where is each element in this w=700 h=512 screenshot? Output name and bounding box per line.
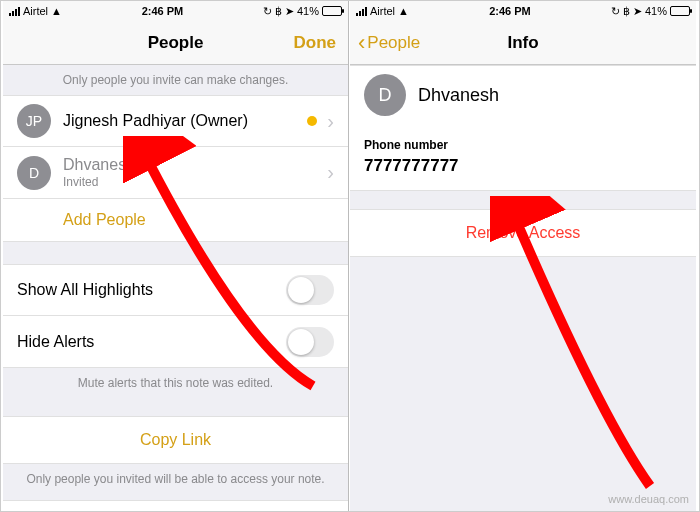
show-highlights-toggle[interactable] [286, 275, 334, 305]
wifi-icon: ▲ [398, 5, 409, 17]
done-button[interactable]: Done [294, 33, 337, 53]
watermark: www.deuaq.com [608, 493, 689, 505]
person-name: Dhvanesh [63, 156, 327, 174]
signal-icon [356, 7, 367, 16]
row-label: Show All Highlights [17, 281, 286, 299]
status-bar: Airtel ▲ 2:46 PM ↻ ฿ ➤ 41% [3, 1, 348, 21]
chevron-right-icon: › [327, 161, 334, 184]
row-label: Hide Alerts [17, 333, 286, 351]
orientation-lock-icon: ↻ [611, 5, 620, 18]
contact-header: D Dhvanesh [350, 65, 696, 124]
person-row-owner[interactable]: JP Jignesh Padhiyar (Owner) › [3, 95, 348, 147]
phone-info-screen: Airtel ▲ 2:46 PM ↻ ฿ ➤ 41% ‹ People Info… [350, 1, 696, 511]
phone-label: Phone number [350, 124, 696, 156]
battery-icon [322, 6, 342, 16]
location-icon: ➤ [285, 5, 294, 18]
hide-alerts-toggle[interactable] [286, 327, 334, 357]
navbar: People Done [3, 21, 348, 65]
bluetooth-icon: ฿ [275, 5, 282, 18]
phone-people-screen: Airtel ▲ 2:46 PM ↻ ฿ ➤ 41% People Done O… [3, 1, 349, 511]
clock: 2:46 PM [489, 5, 531, 17]
copy-link-button[interactable]: Copy Link [3, 416, 348, 464]
battery-percent: 41% [297, 5, 319, 17]
person-row-invitee[interactable]: D Dhvanesh Invited › [3, 147, 348, 199]
status-bar: Airtel ▲ 2:46 PM ↻ ฿ ➤ 41% [350, 1, 696, 21]
contact-name: Dhvanesh [418, 85, 682, 106]
invite-hint: Only people you invite can make changes. [3, 65, 348, 95]
page-title: People [148, 33, 204, 53]
bluetooth-icon: ฿ [623, 5, 630, 18]
wifi-icon: ▲ [51, 5, 62, 17]
avatar: JP [17, 104, 51, 138]
chevron-left-icon: ‹ [358, 32, 365, 54]
battery-percent: 41% [645, 5, 667, 17]
person-name: Jignesh Padhiyar (Owner) [63, 112, 307, 130]
phone-number[interactable]: 7777777777 [350, 156, 696, 190]
person-status: Invited [63, 175, 327, 189]
battery-icon [670, 6, 690, 16]
add-people-button[interactable]: Add People [3, 199, 348, 242]
stop-sharing-button[interactable]: Stop Sharing [3, 500, 348, 512]
remove-access-button[interactable]: Remove Access [350, 209, 696, 257]
back-label: People [367, 33, 420, 53]
show-highlights-row[interactable]: Show All Highlights [3, 264, 348, 316]
avatar: D [17, 156, 51, 190]
hide-alerts-row[interactable]: Hide Alerts [3, 316, 348, 368]
chevron-right-icon: › [327, 110, 334, 133]
back-button[interactable]: ‹ People [358, 32, 420, 54]
owner-dot-icon [307, 116, 317, 126]
signal-icon [9, 7, 20, 16]
alerts-hint: Mute alerts that this note was edited. [3, 368, 348, 404]
navbar: ‹ People Info [350, 21, 696, 65]
access-hint: Only people you invited will be able to … [3, 464, 348, 500]
clock: 2:46 PM [142, 5, 184, 17]
avatar: D [364, 74, 406, 116]
carrier-label: Airtel [370, 5, 395, 17]
orientation-lock-icon: ↻ [263, 5, 272, 18]
page-title: Info [507, 33, 538, 53]
location-icon: ➤ [633, 5, 642, 18]
carrier-label: Airtel [23, 5, 48, 17]
